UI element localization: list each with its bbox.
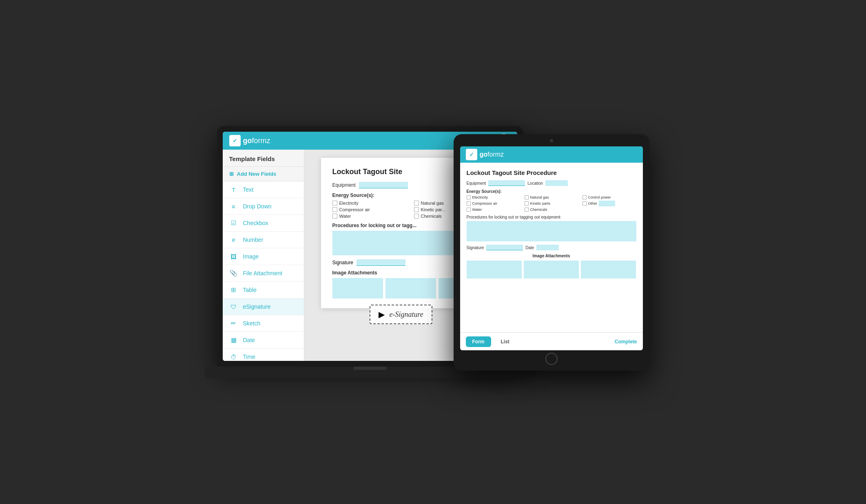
- tablet-checkbox-kinetic-parts[interactable]: Kinetic parts: [525, 201, 578, 206]
- sidebar-item-checkbox-label: Checkbox: [243, 220, 268, 226]
- checkbox-label-compressor-air: Compressor air: [339, 207, 370, 212]
- image-box-2[interactable]: [385, 278, 436, 298]
- sidebar-item-time[interactable]: ⏱ Time: [223, 349, 304, 361]
- sidebar-item-time-label: Time: [243, 354, 256, 360]
- logo-text: goformz: [243, 137, 270, 145]
- tablet-cb-compressor-air-label: Compressor air: [472, 201, 498, 206]
- tablet-energy-title: Energy Source(s):: [467, 189, 636, 194]
- tablet-location-label: Location: [527, 181, 543, 186]
- checkbox-label-natural-gas: Natural gas: [421, 201, 444, 206]
- complete-button[interactable]: Complete: [615, 339, 637, 345]
- list-tab-button[interactable]: List: [494, 336, 516, 347]
- date-icon: ▦: [229, 336, 238, 345]
- tablet-cb-other[interactable]: [583, 201, 587, 206]
- tablet-cb-chemicals[interactable]: [525, 208, 529, 212]
- add-icon: ⊞: [229, 171, 234, 177]
- sidebar-item-image[interactable]: 🖼 Image: [223, 248, 304, 265]
- tablet-camera: [550, 139, 553, 142]
- tablet-goformz-logo: ✓ goformz: [466, 149, 504, 160]
- esignature-drag-text: e-Signature: [390, 310, 423, 319]
- tablet-logo-go: go: [480, 151, 488, 158]
- tablet-cb-kinetic-parts-label: Kinetic parts: [530, 201, 551, 206]
- checkbox-box-kinetic-parts[interactable]: [414, 207, 419, 212]
- tablet-other-field[interactable]: [599, 201, 615, 206]
- sidebar-item-date[interactable]: ▦ Date: [223, 332, 304, 349]
- signature-field[interactable]: [357, 259, 405, 266]
- tablet-screen: ✓ goformz Lockout Tagout Site Procedure …: [460, 146, 643, 350]
- sidebar-item-esignature[interactable]: 🛡 eSignature: [223, 298, 304, 315]
- tablet-date-label: Date: [525, 245, 534, 250]
- sidebar-item-sketch[interactable]: ✏ Sketch: [223, 315, 304, 332]
- tablet-cb-electricity-label: Electricity: [472, 195, 488, 199]
- tablet-image-box-1[interactable]: [467, 261, 522, 279]
- tablet-date-field[interactable]: [536, 245, 559, 250]
- tablet-image-grid: [467, 261, 636, 279]
- tablet-device: ✓ goformz Lockout Tagout Site Procedure …: [454, 134, 649, 371]
- tablet-signature-label: Signature: [467, 245, 484, 250]
- drag-tooltip: ▶ e-Signature: [370, 305, 432, 324]
- form-tab-button[interactable]: Form: [466, 336, 491, 347]
- table-icon: ⊞: [229, 285, 238, 294]
- image-box-1[interactable]: [332, 278, 383, 298]
- add-new-fields-button[interactable]: ⊞ Add New Fields: [223, 167, 304, 181]
- sidebar-item-file-attachment[interactable]: 📎 File Attachment: [223, 265, 304, 282]
- tablet-form-title-bold: Procedure: [527, 169, 557, 176]
- logo-formz: formz: [252, 137, 270, 145]
- add-new-fields-label: Add New Fields: [237, 171, 277, 177]
- sidebar-item-number[interactable]: # Number: [223, 232, 304, 248]
- tablet-checkbox-chemicals[interactable]: Chemicals: [525, 208, 578, 212]
- tablet-logo-icon: ✓: [466, 149, 477, 160]
- checkbox-box-natural-gas[interactable]: [414, 201, 419, 206]
- checkbox-label-kinetic-parts: Kinetic par...: [421, 207, 446, 212]
- tablet-logo-text: goformz: [480, 151, 504, 158]
- sidebar-item-text-label: Text: [243, 186, 254, 193]
- tablet-cb-natural-gas[interactable]: [525, 195, 529, 199]
- number-icon: #: [229, 235, 238, 244]
- tablet-signature-field[interactable]: [486, 245, 523, 250]
- tablet-cb-water[interactable]: [467, 208, 471, 212]
- tablet-checkbox-control-power[interactable]: Control power: [583, 195, 636, 199]
- file-icon: 📎: [229, 269, 238, 278]
- tablet-cb-electricity[interactable]: [467, 195, 471, 199]
- tablet-checkbox-other[interactable]: Other: [583, 201, 636, 206]
- tablet-image-box-3[interactable]: [581, 261, 636, 279]
- tablet-checkbox-water[interactable]: Water: [467, 208, 520, 212]
- tablet-image-box-2[interactable]: [524, 261, 579, 279]
- tablet-checkbox-electricity[interactable]: Electricity: [467, 195, 520, 199]
- tablet-checkbox-compressor-air[interactable]: Compressor air: [467, 201, 520, 206]
- tablet-procedures-label: Procedures for locking out or tagging ou…: [467, 215, 636, 219]
- tablet-cb-water-label: Water: [472, 208, 482, 212]
- tablet-checkbox-natural-gas[interactable]: Natural gas: [525, 195, 578, 199]
- tablet-cb-control-power[interactable]: [583, 195, 587, 199]
- sidebar-item-dropdown-label: Drop Down: [243, 203, 272, 210]
- checkbox-label-electricity: Electricity: [339, 201, 359, 206]
- sidebar-item-dropdown[interactable]: ≡ Drop Down: [223, 198, 304, 215]
- tablet-form-title: Lockout Tagout Site Procedure: [467, 169, 636, 176]
- sidebar-title: Template Fields: [223, 150, 304, 167]
- sidebar-item-text[interactable]: T Text: [223, 181, 304, 198]
- scene: ✓ goformz 👤 Template Fields ⊞ Add New Fi…: [217, 126, 649, 378]
- tablet-procedures-box[interactable]: [467, 221, 636, 241]
- tablet-cb-kinetic-parts[interactable]: [525, 201, 529, 206]
- checkbox-label-water: Water: [339, 214, 351, 219]
- checkbox-box-electricity[interactable]: [332, 201, 337, 206]
- sidebar-item-date-label: Date: [243, 337, 255, 343]
- checkbox-label-chemicals: Chemicals: [421, 214, 442, 219]
- checkbox-water[interactable]: Water: [332, 214, 408, 219]
- sidebar-item-checkbox[interactable]: ☑ Checkbox: [223, 215, 304, 232]
- checkbox-box-compressor-air[interactable]: [332, 207, 337, 212]
- checkbox-compressor-air[interactable]: Compressor air: [332, 207, 408, 212]
- sidebar-item-esignature-label: eSignature: [243, 303, 271, 310]
- tablet-cb-compressor-air[interactable]: [467, 201, 471, 206]
- tablet-equipment-field[interactable]: [488, 180, 525, 186]
- equipment-label: Equipment: [332, 182, 356, 188]
- sidebar-item-table[interactable]: ⊞ Table: [223, 282, 304, 298]
- checkbox-box-chemicals[interactable]: [414, 214, 419, 219]
- equipment-field[interactable]: [359, 182, 408, 188]
- checkbox-electricity[interactable]: Electricity: [332, 201, 408, 206]
- checkbox-box-water[interactable]: [332, 214, 337, 219]
- tablet-checkbox-grid: Electricity Natural gas Control power Co…: [467, 195, 636, 212]
- tablet-location-field[interactable]: [545, 180, 568, 186]
- tablet-cb-control-power-label: Control power: [588, 195, 611, 199]
- esignature-icon: 🛡: [229, 302, 238, 311]
